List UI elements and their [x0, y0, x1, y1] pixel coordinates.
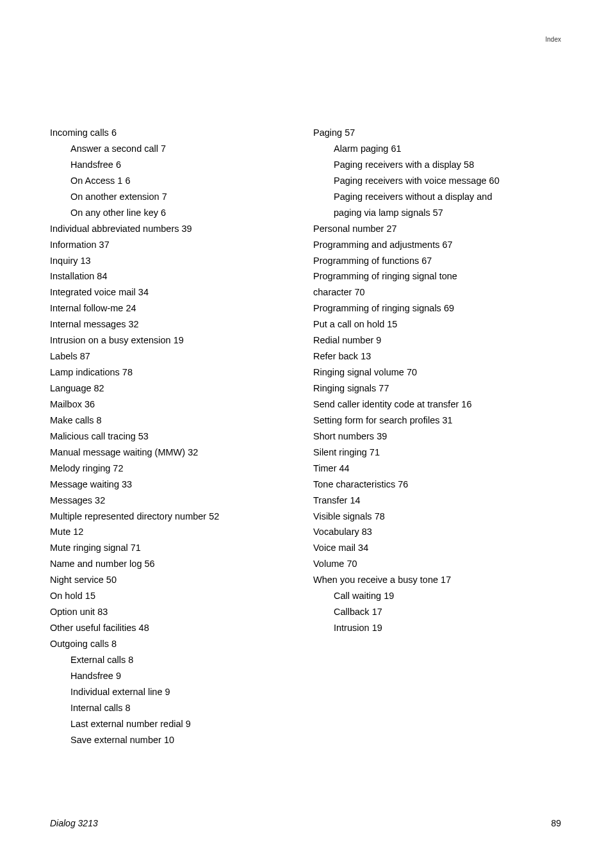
index-entry: Individual abbreviated numbers 39: [50, 221, 298, 237]
index-entry: character 70: [313, 284, 561, 300]
index-entry: Name and number log 56: [50, 556, 298, 572]
index-entry: Inquiry 13: [50, 253, 298, 269]
index-entry: Information 37: [50, 237, 298, 253]
index-entry: Individual external line 9: [50, 684, 298, 700]
index-entry: Messages 32: [50, 493, 298, 509]
index-entry: Message waiting 33: [50, 477, 298, 493]
index-entry: Handsfree 9: [50, 668, 298, 684]
index-entry: On Access 1 6: [50, 173, 298, 189]
index-entry: Incoming calls 6: [50, 125, 298, 141]
index-entry: Programming of functions 67: [313, 253, 561, 269]
index-entry: Silent ringing 71: [313, 445, 561, 461]
index-entry: Ringing signals 77: [313, 381, 561, 397]
index-entry: Mailbox 36: [50, 397, 298, 413]
index-column-right: Paging 57Alarm paging 61Paging receivers…: [313, 125, 561, 748]
index-entry: Put a call on hold 15: [313, 316, 561, 332]
index-entry: Vocabulary 83: [313, 524, 561, 540]
index-entry: Handsfree 6: [50, 157, 298, 173]
index-entry: Voice mail 34: [313, 540, 561, 556]
index-entry: Transfer 14: [313, 493, 561, 509]
index-entry: Integrated voice mail 34: [50, 284, 298, 300]
page-footer: Dialog 3213 89: [50, 818, 561, 828]
index-entry: Internal messages 32: [50, 316, 298, 332]
footer-page-number: 89: [551, 818, 561, 828]
index-entry: Manual message waiting (MMW) 32: [50, 445, 298, 461]
footer-doc-title: Dialog 3213: [50, 818, 98, 828]
index-entry: Lamp indications 78: [50, 364, 298, 381]
index-entry: Make calls 8: [50, 413, 298, 429]
index-entry: Option unit 83: [50, 604, 298, 620]
index-entry: Paging receivers without a display and: [313, 189, 561, 205]
index-entry: Paging receivers with voice message 60: [313, 173, 561, 189]
index-entry: Multiple represented directory number 52: [50, 509, 298, 525]
index-entry: Labels 87: [50, 348, 298, 364]
index-entry: Callback 17: [313, 604, 561, 620]
index-entry: Melody ringing 72: [50, 461, 298, 477]
index-entry: Programming and adjustments 67: [313, 237, 561, 253]
index-entry: Call waiting 19: [313, 588, 561, 604]
index-entry: Mute ringing signal 71: [50, 540, 298, 556]
index-entry: On any other line key 6: [50, 205, 298, 221]
index-entry: Installation 84: [50, 268, 298, 284]
index-column-left: Incoming calls 6Answer a second call 7Ha…: [50, 125, 298, 748]
index-entry: External calls 8: [50, 652, 298, 668]
index-entry: Paging receivers with a display 58: [313, 157, 561, 173]
index-entry: paging via lamp signals 57: [313, 205, 561, 221]
index-entry: Short numbers 39: [313, 429, 561, 445]
index-entry: Other useful facilities 48: [50, 620, 298, 636]
index-entry: Send caller identity code at transfer 16: [313, 397, 561, 413]
header-section-label: Index: [546, 36, 561, 43]
index-entry: On another extension 7: [50, 189, 298, 205]
index-entry: Programming of ringing signal tone: [313, 268, 561, 284]
index-entry: Internal follow-me 24: [50, 300, 298, 316]
index-entry: Answer a second call 7: [50, 141, 298, 157]
index-entry: Programming of ringing signals 69: [313, 300, 561, 316]
index-entry: Refer back 13: [313, 348, 561, 364]
index-entry: Volume 70: [313, 556, 561, 572]
index-entry: Internal calls 8: [50, 700, 298, 716]
index-entry: On hold 15: [50, 588, 298, 604]
index-entry: Intrusion 19: [313, 620, 561, 636]
index-content: Incoming calls 6Answer a second call 7Ha…: [50, 125, 561, 748]
index-entry: Tone characteristics 76: [313, 477, 561, 493]
index-entry: Visible signals 78: [313, 509, 561, 525]
index-entry: Paging 57: [313, 125, 561, 141]
index-entry: Language 82: [50, 381, 298, 397]
index-entry: Outgoing calls 8: [50, 636, 298, 652]
index-entry: When you receive a busy tone 17: [313, 572, 561, 588]
index-entry: Intrusion on a busy extension 19: [50, 332, 298, 348]
index-entry: Alarm paging 61: [313, 141, 561, 157]
index-entry: Last external number redial 9: [50, 716, 298, 732]
index-entry: Setting form for search profiles 31: [313, 413, 561, 429]
index-entry: Redial number 9: [313, 332, 561, 348]
index-entry: Malicious call tracing 53: [50, 429, 298, 445]
index-entry: Mute 12: [50, 524, 298, 540]
index-entry: Save external number 10: [50, 732, 298, 748]
index-entry: Ringing signal volume 70: [313, 364, 561, 381]
index-entry: Personal number 27: [313, 221, 561, 237]
index-entry: Timer 44: [313, 461, 561, 477]
index-entry: Night service 50: [50, 572, 298, 588]
